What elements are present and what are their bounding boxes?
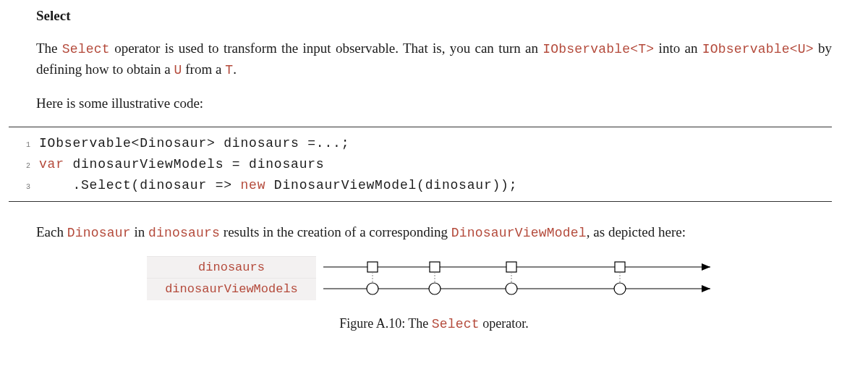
code-keyword: new [240,175,265,196]
svg-point-15 [614,283,626,294]
line-number: 3 [9,182,39,193]
inline-code: Select [432,317,480,331]
inline-code: T [225,63,233,77]
text: from a [182,62,226,77]
line-number: 1 [9,140,39,151]
code-text: .Select(dinosaur => [39,175,240,196]
section-heading: Select [36,6,832,27]
inline-code: U [174,63,182,77]
svg-point-12 [367,283,378,294]
text: Figure A.10: The [339,316,432,331]
marble-label: dinosaurs [147,256,316,279]
code-text: IObservable<Dinosaur> dinosaurs =...; [39,133,349,154]
figure-caption: Figure A.10: The Select operator. [339,314,529,334]
marble-diagram: dinosaurs dinosaurViewModels [36,256,832,334]
code-keyword: var [39,154,64,175]
text: in [131,224,148,239]
code-text: DinosaurViewModel(dinosaur)); [265,175,517,196]
text: into an [654,41,702,56]
paragraph-code-lead: Here is some illustrative code: [36,93,832,114]
inline-code: IObservable<T> [542,42,654,56]
text: operator. [480,316,529,331]
code-block: 1IObservable<Dinosaur> dinosaurs =...; 2… [9,127,832,202]
svg-point-13 [429,283,441,294]
marble-track-input [316,256,721,278]
code-line: 2var dinosaurViewModels = dinosaurs [9,154,832,175]
paragraph-intro: The Select operator is used to transform… [36,38,832,80]
paragraph-result: Each Dinosaur in dinosaurs results in th… [36,222,832,243]
text: results in the creation of a correspondi… [220,224,451,239]
marble-svg-input [316,256,721,278]
svg-rect-5 [615,262,625,272]
marble-svg-output [316,278,721,300]
marble-label: dinosaurViewModels [147,278,316,300]
text: The [36,41,62,56]
text: . [233,62,237,77]
svg-rect-2 [367,262,378,272]
inline-code: DinosaurViewModel [451,226,587,240]
line-number: 2 [9,161,39,172]
code-line: 3 .Select(dinosaur => new DinosaurViewMo… [9,175,832,196]
code-line: 1IObservable<Dinosaur> dinosaurs =...; [9,133,832,154]
svg-point-14 [506,283,517,294]
svg-rect-3 [430,262,440,272]
inline-code: dinosaurs [148,226,220,240]
svg-rect-4 [506,262,516,272]
svg-marker-1 [702,263,710,271]
marble-track-output [316,278,721,300]
inline-code: IObservable<U> [702,42,814,56]
marble-row-output: dinosaurViewModels [147,278,721,300]
code-text: dinosaurViewModels = dinosaurs [64,154,325,175]
text: , as depicted here: [587,224,686,239]
marble-row-input: dinosaurs [147,256,721,278]
inline-code: Select [62,42,110,56]
inline-code: Dinosaur [67,226,131,240]
text: operator is used to transform the input … [110,41,542,56]
svg-marker-11 [702,285,710,292]
text: Each [36,224,67,239]
